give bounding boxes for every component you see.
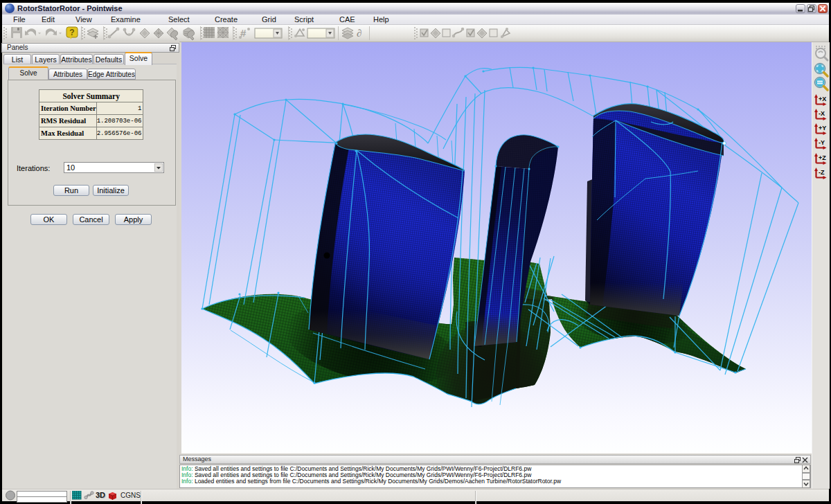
svg-text:-Y: -Y [819, 139, 825, 146]
svg-text:+Y: +Y [819, 125, 826, 132]
svg-text:+X: +X [819, 96, 826, 102]
svg-text:-X: -X [819, 110, 825, 117]
svg-text:∂: ∂ [357, 28, 361, 39]
svg-text:+Z: +Z [819, 154, 826, 161]
svg-text:-Z: -Z [819, 169, 825, 176]
svg-text:?: ? [69, 28, 74, 37]
